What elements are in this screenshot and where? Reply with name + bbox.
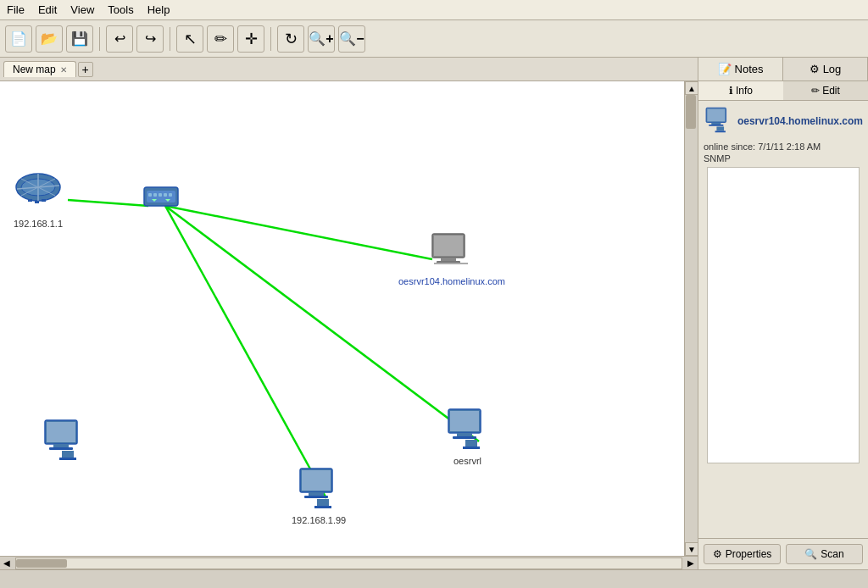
- map-canvas[interactable]: 192.168.1.1: [0, 81, 684, 556]
- menu-file[interactable]: File: [0, 2, 31, 18]
- notes-icon: 📝: [718, 63, 732, 75]
- node-server3-label: oesrvrl: [453, 456, 481, 466]
- properties-button[interactable]: ⚙ Properties: [704, 544, 781, 564]
- log-icon: ⚙: [810, 63, 820, 75]
- toolbar: 📄 📂 💾 ↩ ↪ ↖ ✏ ✛ ↻ 🔍+ 🔍−: [0, 20, 868, 58]
- panel-tabs: 📝 Notes ⚙ Log: [698, 58, 868, 81]
- scroll-left-button[interactable]: ◀: [0, 557, 14, 570]
- blue-computer-icon-2: [296, 467, 342, 513]
- svg-rect-48: [709, 125, 723, 126]
- svg-rect-16: [153, 193, 157, 197]
- scan-button[interactable]: 🔍 Scan: [786, 544, 863, 564]
- panel-subtab-info-label: Info: [736, 85, 753, 97]
- menu-edit[interactable]: Edit: [31, 2, 64, 18]
- menu-view[interactable]: View: [64, 2, 101, 18]
- node-server1[interactable]: oesrvr104.homelinux.com: [398, 232, 505, 286]
- new-tab-button[interactable]: +: [78, 62, 93, 77]
- grey-computer-icon: [428, 232, 475, 275]
- svg-line-0: [165, 206, 432, 259]
- node-server2[interactable]: 192.168.1.99: [292, 467, 346, 525]
- toolbar-sep-3: [270, 27, 271, 51]
- panel-subtab-edit[interactable]: ✏ Edit: [783, 81, 868, 100]
- scroll-right-button[interactable]: ▶: [684, 557, 698, 570]
- info-icon: ℹ: [729, 85, 733, 97]
- scroll-down-button[interactable]: ▼: [685, 542, 698, 556]
- properties-label: Properties: [726, 548, 772, 560]
- panel-tab-log[interactable]: ⚙ Log: [783, 58, 868, 80]
- svg-rect-40: [450, 411, 479, 431]
- svg-rect-12: [42, 199, 46, 202]
- node-router1[interactable]: 192.168.1.1: [13, 170, 64, 229]
- svg-rect-37: [317, 499, 329, 506]
- panel-subtabs: ℹ Info ✏ Edit: [698, 81, 868, 101]
- svg-rect-32: [59, 458, 76, 460]
- panel-tab-notes-label: Notes: [735, 63, 764, 75]
- zoom-out-button[interactable]: 🔍−: [338, 25, 365, 53]
- redo-button[interactable]: ↪: [136, 25, 164, 53]
- svg-rect-47: [711, 123, 721, 125]
- panel-subtab-info[interactable]: ℹ Info: [698, 81, 783, 100]
- svg-rect-31: [62, 451, 74, 458]
- svg-rect-49: [716, 126, 724, 130]
- scan-label: Scan: [821, 548, 843, 560]
- scan-icon: 🔍: [804, 548, 817, 560]
- panel-tab-notes[interactable]: 📝 Notes: [698, 58, 783, 80]
- info-online-since: online since: 7/1/11 2:18 AM: [704, 141, 863, 152]
- blue-computer-icon-1: [41, 419, 87, 465]
- svg-rect-34: [302, 470, 331, 491]
- toolbar-sep-1: [99, 27, 100, 51]
- menu-tools[interactable]: Tools: [101, 2, 140, 18]
- svg-rect-17: [159, 193, 162, 197]
- svg-rect-15: [148, 193, 152, 197]
- panel-content: oesrvr104.homelinux.com online since: 7/…: [698, 101, 868, 538]
- node-server3[interactable]: oesrvrl: [444, 408, 491, 466]
- tab-bar: New map ✕ +: [0, 58, 698, 81]
- toolbar-sep-2: [170, 27, 170, 51]
- menubar: File Edit View Tools Help: [0, 0, 868, 20]
- properties-icon: ⚙: [713, 548, 722, 560]
- refresh-button[interactable]: ↻: [277, 25, 304, 53]
- blue-computer-icon-3: [444, 408, 491, 454]
- tab-new-map[interactable]: New map ✕: [3, 61, 76, 77]
- statusbar: [0, 569, 868, 588]
- move-button[interactable]: ✛: [237, 25, 264, 53]
- info-snmp: SNMP: [704, 153, 863, 164]
- svg-rect-23: [434, 236, 463, 256]
- node-router1-label: 192.168.1.1: [14, 219, 63, 229]
- notes-text-area[interactable]: [707, 167, 860, 463]
- panel-tab-log-label: Log: [823, 63, 842, 75]
- node-pc1[interactable]: [41, 419, 87, 467]
- svg-rect-42: [453, 436, 476, 439]
- svg-rect-43: [465, 440, 477, 447]
- zoom-in-button[interactable]: 🔍+: [308, 25, 335, 53]
- v-thumb-area: [685, 95, 698, 542]
- v-scrollbar-thumb[interactable]: [686, 95, 696, 129]
- menu-help[interactable]: Help: [141, 2, 177, 18]
- node-server2-label: 192.168.1.99: [292, 515, 346, 525]
- svg-rect-50: [715, 130, 726, 132]
- svg-line-3: [68, 200, 148, 206]
- selected-node-icon: [704, 106, 732, 136]
- vertical-scrollbar: ▲ ▼: [684, 81, 698, 556]
- canvas-area: New map ✕ +: [0, 58, 698, 569]
- router-icon: [13, 170, 64, 217]
- selected-node-name: oesrvr104.homelinux.com: [737, 115, 863, 127]
- svg-rect-24: [441, 258, 456, 261]
- draw-button[interactable]: ✏: [207, 25, 234, 53]
- svg-rect-10: [28, 199, 32, 202]
- svg-rect-18: [164, 193, 167, 197]
- tab-close-button[interactable]: ✕: [60, 65, 67, 75]
- node-switch1[interactable]: [140, 179, 182, 219]
- right-panel: 📝 Notes ⚙ Log ℹ Info ✏ Edit: [698, 58, 868, 569]
- save-button[interactable]: 💾: [66, 25, 93, 53]
- node-server1-label: oesrvr104.homelinux.com: [398, 276, 505, 286]
- scroll-up-button[interactable]: ▲: [685, 81, 698, 95]
- open-button[interactable]: 📂: [36, 25, 63, 53]
- svg-rect-11: [35, 201, 39, 203]
- undo-button[interactable]: ↩: [106, 25, 133, 53]
- tab-label: New map: [13, 64, 56, 75]
- h-scrollbar-thumb[interactable]: [16, 559, 67, 568]
- new-button[interactable]: 📄: [5, 25, 32, 53]
- select-button[interactable]: ↖: [176, 25, 203, 53]
- svg-rect-38: [314, 506, 331, 508]
